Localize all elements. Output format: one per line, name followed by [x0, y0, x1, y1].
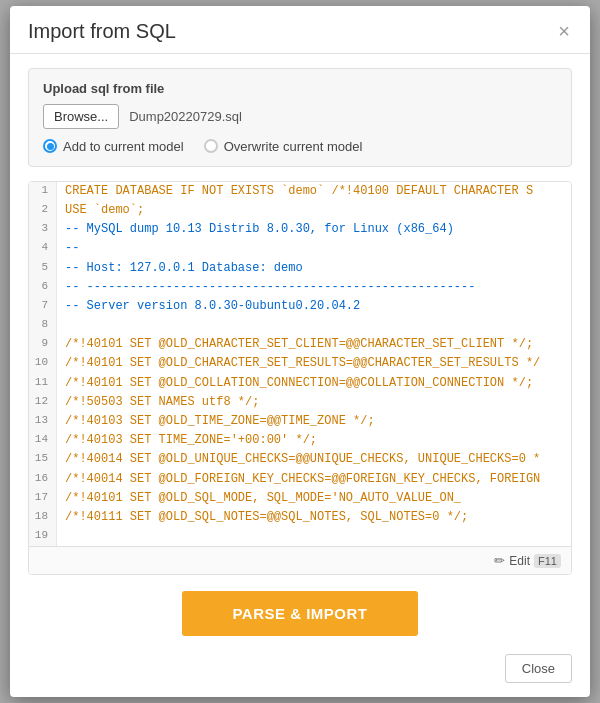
table-row: 12/*!50503 SET NAMES utf8 */; [29, 393, 571, 412]
edit-label: Edit [509, 554, 530, 568]
line-number: 16 [29, 470, 57, 489]
line-code [57, 316, 571, 335]
line-code [57, 527, 571, 546]
line-code: -- MySQL dump 10.13 Distrib 8.0.30, for … [57, 220, 571, 239]
radio-row: Add to current model Overwrite current m… [43, 139, 557, 154]
table-row: 17/*!40101 SET @OLD_SQL_MODE, SQL_MODE='… [29, 489, 571, 508]
line-code: /*!40111 SET @OLD_SQL_NOTES=@@SQL_NOTES,… [57, 508, 571, 527]
line-code: -- Host: 127.0.0.1 Database: demo [57, 259, 571, 278]
table-row: 11/*!40101 SET @OLD_COLLATION_CONNECTION… [29, 374, 571, 393]
line-code: /*!40103 SET @OLD_TIME_ZONE=@@TIME_ZONE … [57, 412, 571, 431]
line-code: /*!40103 SET TIME_ZONE='+00:00' */; [57, 431, 571, 450]
edit-button[interactable]: ✏ Edit F11 [494, 553, 561, 568]
line-number: 7 [29, 297, 57, 316]
line-number: 6 [29, 278, 57, 297]
line-number: 10 [29, 354, 57, 373]
table-row: 1CREATE DATABASE IF NOT EXISTS `demo` /*… [29, 182, 571, 201]
line-number: 12 [29, 393, 57, 412]
file-name: Dump20220729.sql [129, 109, 242, 124]
line-number: 9 [29, 335, 57, 354]
line-code: /*!40101 SET @OLD_CHARACTER_SET_RESULTS=… [57, 354, 571, 373]
table-row: 7-- Server version 8.0.30-0ubuntu0.20.04… [29, 297, 571, 316]
dialog-footer: Close [10, 648, 590, 697]
line-code: -- Server version 8.0.30-0ubuntu0.20.04.… [57, 297, 571, 316]
table-row: 10/*!40101 SET @OLD_CHARACTER_SET_RESULT… [29, 354, 571, 373]
line-number: 14 [29, 431, 57, 450]
line-code: /*!40014 SET @OLD_UNIQUE_CHECKS=@@UNIQUE… [57, 450, 571, 469]
line-number: 4 [29, 239, 57, 258]
line-code: /*!40101 SET @OLD_SQL_MODE, SQL_MODE='NO… [57, 489, 571, 508]
line-code: /*!40014 SET @OLD_FOREIGN_KEY_CHECKS=@@F… [57, 470, 571, 489]
dialog-header: Import from SQL × [10, 6, 590, 54]
line-number: 17 [29, 489, 57, 508]
edit-shortcut: F11 [534, 554, 561, 568]
table-row: 6-- ------------------------------------… [29, 278, 571, 297]
add-to-model-radio[interactable] [43, 139, 57, 153]
file-row: Browse... Dump20220729.sql [43, 104, 557, 129]
line-number: 1 [29, 182, 57, 201]
parse-section: PARSE & IMPORT [10, 575, 590, 648]
table-row: 13/*!40103 SET @OLD_TIME_ZONE=@@TIME_ZON… [29, 412, 571, 431]
table-row: 16/*!40014 SET @OLD_FOREIGN_KEY_CHECKS=@… [29, 470, 571, 489]
dialog-title: Import from SQL [28, 20, 176, 43]
line-number: 3 [29, 220, 57, 239]
line-number: 13 [29, 412, 57, 431]
line-number: 19 [29, 527, 57, 546]
import-sql-dialog: Import from SQL × Upload sql from file B… [10, 6, 590, 697]
line-number: 11 [29, 374, 57, 393]
code-footer: ✏ Edit F11 [29, 546, 571, 574]
code-section: 1CREATE DATABASE IF NOT EXISTS `demo` /*… [28, 181, 572, 575]
line-code: CREATE DATABASE IF NOT EXISTS `demo` /*!… [57, 182, 571, 201]
table-row: 8 [29, 316, 571, 335]
overwrite-model-label: Overwrite current model [224, 139, 363, 154]
browse-button[interactable]: Browse... [43, 104, 119, 129]
table-row: 15/*!40014 SET @OLD_UNIQUE_CHECKS=@@UNIQ… [29, 450, 571, 469]
line-number: 15 [29, 450, 57, 469]
line-code: /*!50503 SET NAMES utf8 */; [57, 393, 571, 412]
line-number: 5 [29, 259, 57, 278]
table-row: 4-- [29, 239, 571, 258]
table-row: 2USE `demo`; [29, 201, 571, 220]
upload-label: Upload sql from file [43, 81, 557, 96]
code-area: 1CREATE DATABASE IF NOT EXISTS `demo` /*… [29, 182, 571, 546]
line-code: -- [57, 239, 571, 258]
line-code: -- -------------------------------------… [57, 278, 571, 297]
close-x-button[interactable]: × [556, 21, 572, 41]
parse-import-button[interactable]: PARSE & IMPORT [182, 591, 417, 636]
edit-icon: ✏ [494, 553, 505, 568]
line-number: 18 [29, 508, 57, 527]
upload-section: Upload sql from file Browse... Dump20220… [28, 68, 572, 167]
line-code: /*!40101 SET @OLD_CHARACTER_SET_CLIENT=@… [57, 335, 571, 354]
table-row: 14/*!40103 SET TIME_ZONE='+00:00' */; [29, 431, 571, 450]
table-row: 19 [29, 527, 571, 546]
line-number: 8 [29, 316, 57, 335]
table-row: 3-- MySQL dump 10.13 Distrib 8.0.30, for… [29, 220, 571, 239]
line-code: /*!40101 SET @OLD_COLLATION_CONNECTION=@… [57, 374, 571, 393]
line-number: 2 [29, 201, 57, 220]
add-to-model-label: Add to current model [63, 139, 184, 154]
line-code: USE `demo`; [57, 201, 571, 220]
close-button[interactable]: Close [505, 654, 572, 683]
table-row: 5-- Host: 127.0.0.1 Database: demo [29, 259, 571, 278]
overwrite-model-radio[interactable] [204, 139, 218, 153]
overwrite-model-option[interactable]: Overwrite current model [204, 139, 363, 154]
add-to-model-option[interactable]: Add to current model [43, 139, 184, 154]
table-row: 9/*!40101 SET @OLD_CHARACTER_SET_CLIENT=… [29, 335, 571, 354]
table-row: 18/*!40111 SET @OLD_SQL_NOTES=@@SQL_NOTE… [29, 508, 571, 527]
